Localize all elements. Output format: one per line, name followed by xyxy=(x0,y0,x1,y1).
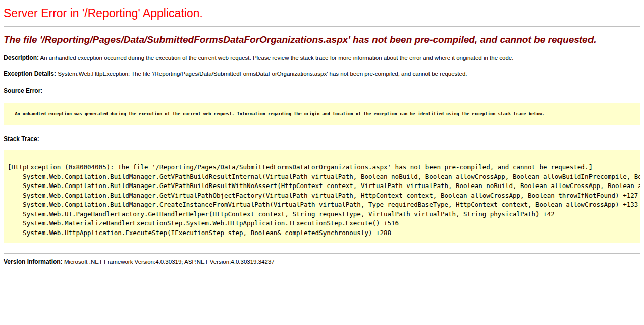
version-info-text: Microsoft .NET Framework Version:4.0.303… xyxy=(64,259,275,265)
title-divider xyxy=(4,26,640,27)
stack-trace-line: System.Web.Compilation.BuildManager.GetV… xyxy=(8,181,636,191)
page-subtitle: The file '/Reporting/Pages/Data/Submitte… xyxy=(4,34,640,45)
description-line: Description: An unhandled exception occu… xyxy=(4,55,640,61)
stack-trace-line: System.Web.Compilation.BuildManager.Crea… xyxy=(8,200,636,210)
source-error-message: An unhandled exception was generated dur… xyxy=(15,111,544,116)
exception-details-line: Exception Details: System.Web.HttpExcept… xyxy=(4,71,640,77)
version-info-line: Version Information: Microsoft .NET Fram… xyxy=(4,258,640,265)
source-error-box: An unhandled exception was generated dur… xyxy=(4,103,640,125)
source-error-label: Source Error: xyxy=(4,87,640,95)
exception-details-text: System.Web.HttpException: The file '/Rep… xyxy=(58,71,467,77)
stack-trace-line: System.Web.Compilation.BuildManager.GetV… xyxy=(8,191,636,201)
description-label: Description: xyxy=(4,54,39,61)
page-title: Server Error in '/Reporting' Application… xyxy=(4,7,640,20)
server-error-page: Server Error in '/Reporting' Application… xyxy=(0,0,644,325)
footer-divider xyxy=(4,253,640,254)
stack-trace-line: System.Web.MaterializeHandlerExecutionSt… xyxy=(8,219,636,228)
description-text: An unhandled exception occurred during t… xyxy=(40,55,514,61)
version-info-label: Version Information: xyxy=(4,258,63,265)
stack-trace-line: System.Web.Compilation.BuildManager.GetV… xyxy=(8,172,636,182)
stack-trace-box: [HttpException (0x80004005): The file '/… xyxy=(4,150,640,243)
exception-details-label: Exception Details: xyxy=(4,70,56,77)
stack-trace-label: Stack Trace: xyxy=(4,135,640,143)
stack-trace-line: [HttpException (0x80004005): The file '/… xyxy=(8,163,636,172)
stack-trace-line: System.Web.HttpApplication.ExecuteStep(I… xyxy=(8,228,636,238)
stack-trace-line: System.Web.UI.PageHandlerFactory.GetHand… xyxy=(8,210,636,219)
stack-trace-pre: [HttpException (0x80004005): The file '/… xyxy=(4,150,640,243)
